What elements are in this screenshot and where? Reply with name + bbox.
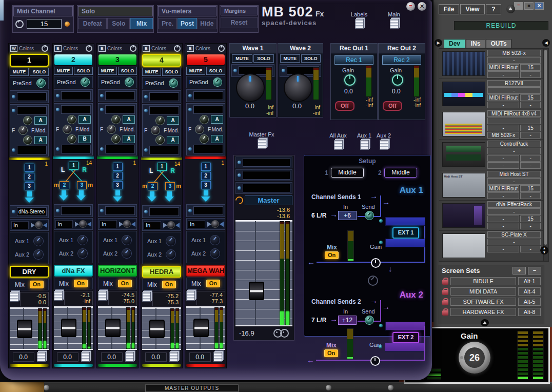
aux1-knob[interactable] <box>77 235 88 245</box>
solo-button[interactable]: SOLO <box>162 68 181 76</box>
screenset-shortcut[interactable]: Alt-1 <box>518 277 541 285</box>
aux2-knob[interactable] <box>122 248 132 259</box>
reset-icon[interactable] <box>218 45 225 52</box>
bypass-icon[interactable] <box>234 195 245 206</box>
rewind-icon[interactable] <box>43 223 47 228</box>
rec-off-button[interactable]: Off <box>335 101 354 111</box>
device-route-b[interactable]: - <box>520 192 541 199</box>
device-list-item[interactable]: SC-Plate X - -- <box>439 231 543 261</box>
mute-button[interactable]: MUTE <box>142 68 161 76</box>
screenset-row[interactable]: HARDWARE FX Alt-8 <box>439 307 544 317</box>
device-midi-in[interactable]: - <box>487 155 519 162</box>
insert-slot[interactable] <box>17 106 47 115</box>
insert-slot[interactable] <box>61 105 91 114</box>
device-midi-in[interactable]: - <box>487 125 519 131</box>
device-name[interactable]: MIDI FilRout 4x8 v4 <box>487 110 541 117</box>
insert-slot[interactable] <box>105 145 135 153</box>
screenset-name[interactable]: MIDI DATA <box>450 287 516 296</box>
send-knob[interactable] <box>365 211 374 220</box>
channel-number-button[interactable]: 1 <box>10 54 49 67</box>
reset-icon[interactable] <box>86 45 92 52</box>
insert-slot[interactable] <box>149 92 179 101</box>
input-knob[interactable] <box>167 221 175 229</box>
freq-knob[interactable] <box>151 126 160 135</box>
lock-icon[interactable] <box>442 310 448 316</box>
print-icon[interactable] <box>169 352 178 362</box>
in-trim-value[interactable]: +6 <box>338 211 357 220</box>
aux2-knob[interactable] <box>33 249 44 260</box>
print-icon[interactable] <box>360 140 369 150</box>
setup-middle-1[interactable]: Middle <box>331 168 364 178</box>
fader-handle[interactable] <box>61 319 76 337</box>
play-icon[interactable] <box>75 222 79 227</box>
reset-icon[interactable] <box>130 45 136 52</box>
device-name[interactable]: SC-Plate X <box>487 231 541 238</box>
print-icon[interactable] <box>54 291 63 301</box>
screenset-shortcut[interactable]: Alt-5 <box>518 298 541 306</box>
screenset-shortcut[interactable]: Alt-4 <box>518 287 541 296</box>
mod-knob[interactable] <box>111 134 121 144</box>
insert-slot[interactable] <box>243 184 290 192</box>
margins-reset-button[interactable]: Reset <box>221 17 258 28</box>
print-icon[interactable] <box>258 139 266 149</box>
wave-level-knob[interactable] <box>284 73 312 102</box>
input-knob[interactable] <box>79 220 87 228</box>
mod-knob[interactable] <box>67 115 76 124</box>
play-icon[interactable] <box>163 223 167 228</box>
input-knob[interactable] <box>211 220 219 228</box>
aux1-knob[interactable] <box>210 235 220 245</box>
color-mode-badge[interactable]: B <box>143 45 150 52</box>
insert-slot[interactable] <box>17 92 47 101</box>
aux-insert-slot[interactable] <box>385 343 425 351</box>
device-channel[interactable]: 15 <box>520 215 541 222</box>
device-channel[interactable]: - <box>520 246 541 252</box>
color-mode-badge[interactable]: B <box>54 45 62 52</box>
menu-view[interactable]: View <box>460 4 485 14</box>
mix-on-button[interactable]: On <box>74 280 88 287</box>
rewind-icon[interactable] <box>175 223 180 228</box>
device-midi-in[interactable]: - <box>487 215 519 222</box>
in-trim-value[interactable]: +12 <box>338 316 357 325</box>
channel-name-button[interactable]: DRY <box>10 266 49 278</box>
solo-mix-button[interactable]: Mix <box>130 18 153 29</box>
routing-diagram[interactable]: 1 1 2 3 1 L R m 2 3 m <box>185 160 226 204</box>
mute-button[interactable]: MUTE <box>98 67 117 75</box>
mix-on-button[interactable]: On <box>325 251 339 259</box>
aux-insert-slot[interactable] <box>385 239 425 247</box>
solo-solo-button[interactable]: Solo <box>107 18 130 29</box>
aux1-knob[interactable] <box>122 235 132 245</box>
print-icon[interactable] <box>142 292 151 302</box>
mod-knob[interactable] <box>155 135 165 145</box>
device-list-item[interactable]: R127VII - MIDI FilRout15 -- <box>439 79 543 109</box>
solo-button[interactable]: SOLO <box>253 54 274 63</box>
device-sub[interactable]: - <box>487 57 541 64</box>
device-list-item[interactable]: dNa-EffectRack - -15 -- <box>439 201 543 231</box>
freq-knob[interactable] <box>195 125 204 134</box>
device-midi-in[interactable]: MIDI FilRout <box>487 64 519 71</box>
close-icon[interactable]: ✕ <box>418 2 426 11</box>
presnd-knob[interactable] <box>125 77 134 87</box>
rewind-icon[interactable] <box>87 222 91 227</box>
device-sub[interactable] <box>487 117 541 124</box>
print-icon[interactable] <box>98 291 107 301</box>
collapse-icon[interactable] <box>481 319 489 326</box>
device-route-b[interactable]: - <box>520 223 541 229</box>
mute-button[interactable]: MUTE <box>280 54 300 63</box>
device-thumbnail[interactable] <box>442 82 485 106</box>
solo-button[interactable]: SOLO <box>74 67 93 75</box>
device-midi-in[interactable]: MIDI FilRout <box>487 94 519 101</box>
input-label[interactable]: In <box>55 220 73 228</box>
aux-insert-slot[interactable] <box>385 217 425 226</box>
mute-button[interactable]: MUTE <box>232 54 252 63</box>
menu-file[interactable]: File <box>439 4 459 14</box>
rec-button[interactable]: Rec 2 <box>382 55 421 65</box>
mix-on-button[interactable]: On <box>162 281 176 288</box>
fader-handle[interactable] <box>17 320 32 338</box>
lock-icon[interactable] <box>442 300 448 305</box>
device-route-b[interactable]: - <box>520 162 541 169</box>
mod-knob[interactable] <box>155 116 165 125</box>
mod-knob[interactable] <box>23 116 32 125</box>
channel-number-button[interactable]: 4 <box>142 54 181 67</box>
aux1-knob[interactable] <box>166 236 176 246</box>
device-sub[interactable]: - <box>487 87 541 94</box>
